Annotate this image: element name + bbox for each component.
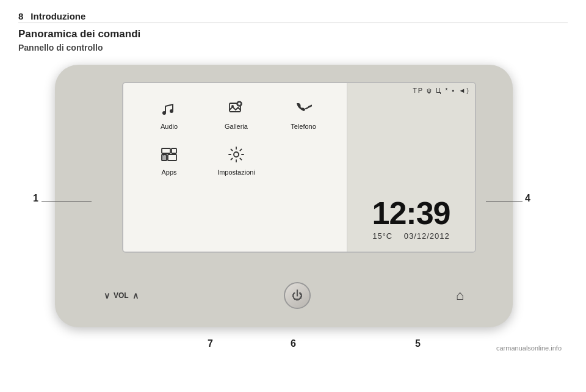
power-button[interactable]: ⏻ bbox=[284, 282, 311, 309]
callout-5: 5 bbox=[415, 338, 421, 349]
device-body: Audio bbox=[55, 65, 513, 327]
audio-icon bbox=[161, 100, 178, 120]
clock-display: 12:39 bbox=[372, 197, 450, 229]
impostazioni-label: Impostazioni bbox=[217, 169, 255, 176]
galleria-icon bbox=[228, 100, 245, 120]
header-divider bbox=[18, 23, 568, 23]
device-screen: Audio bbox=[122, 82, 476, 253]
vol-label: VOL bbox=[114, 291, 129, 300]
menu-item-impostazioni[interactable]: Impostazioni bbox=[203, 141, 270, 181]
home-icon: ⌂ bbox=[456, 288, 464, 303]
vol-down-button[interactable]: ∨ bbox=[104, 291, 110, 300]
date-display: 03/12/2012 bbox=[404, 231, 450, 241]
callout-4: 4 bbox=[525, 193, 530, 204]
page-number: 8 bbox=[18, 11, 23, 21]
callout-1-line bbox=[42, 201, 92, 202]
status-bar: TP ψ Ц * ▪ ◄) bbox=[413, 87, 470, 94]
svg-point-0 bbox=[162, 111, 166, 115]
callout-6: 6 bbox=[291, 338, 296, 349]
screen-left-panel: Audio bbox=[123, 83, 349, 252]
vol-section: ∨ VOL ∧ bbox=[104, 291, 139, 300]
menu-item-audio[interactable]: Audio bbox=[136, 95, 203, 135]
header: 8 Introduzione bbox=[18, 11, 568, 21]
sub-title: Pannello di controllo bbox=[18, 43, 568, 53]
impostazioni-icon bbox=[228, 146, 245, 166]
screen-right-panel: TP ψ Ц * ▪ ◄) 12:39 15°C 03/12/2012 bbox=[347, 83, 475, 252]
menu-item-galleria[interactable]: Galleria bbox=[203, 95, 270, 135]
power-icon: ⏻ bbox=[292, 289, 303, 302]
menu-item-telefono[interactable]: Telefono bbox=[270, 95, 337, 135]
svg-rect-11 bbox=[168, 154, 176, 161]
svg-point-14 bbox=[234, 152, 239, 157]
home-button[interactable]: ⌂ bbox=[456, 288, 464, 303]
callout-4-line bbox=[486, 201, 523, 202]
apps-label: Apps bbox=[161, 169, 176, 176]
svg-rect-13 bbox=[172, 148, 176, 153]
galleria-label: Galleria bbox=[225, 123, 248, 130]
svg-point-1 bbox=[170, 109, 173, 113]
menu-item-apps[interactable]: Apps bbox=[136, 141, 203, 181]
clock-info: 15°C 03/12/2012 bbox=[372, 231, 450, 241]
page: 8 Introduzione Panoramica dei comandi Pa… bbox=[0, 0, 586, 392]
device-illustration: 2 3 bbox=[24, 59, 562, 352]
section-title: Panoramica dei comandi bbox=[18, 28, 568, 40]
chapter-title: Introduzione bbox=[31, 11, 85, 21]
bottom-controls: ∨ VOL ∧ ⏻ ⌂ bbox=[55, 282, 513, 309]
callout-1: 1 bbox=[33, 193, 38, 204]
temperature-display: 15°C bbox=[372, 231, 392, 241]
callout-7: 7 bbox=[208, 338, 213, 349]
svg-rect-12 bbox=[162, 148, 170, 153]
telefono-label: Telefono bbox=[291, 123, 316, 130]
audio-label: Audio bbox=[161, 123, 178, 130]
apps-icon bbox=[161, 146, 178, 166]
watermark: carmanualsonline.info bbox=[496, 344, 562, 352]
vol-up-button[interactable]: ∧ bbox=[132, 291, 139, 300]
menu-grid: Audio bbox=[136, 95, 337, 181]
telefono-icon bbox=[295, 100, 312, 120]
